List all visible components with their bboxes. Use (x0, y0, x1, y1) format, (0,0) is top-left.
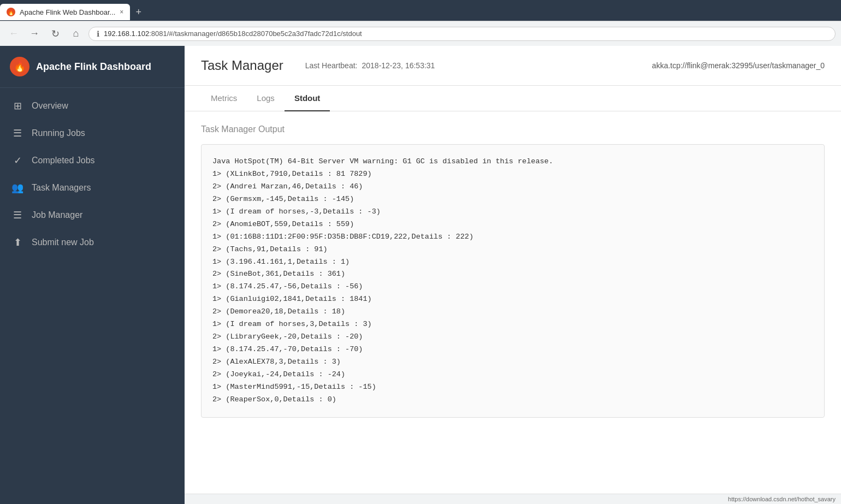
sidebar-header: 🔥 Apache Flink Dashboard (0, 46, 185, 88)
nav-bar: ← → ↻ ⌂ ℹ 192.168.1.102:8081/#/taskmanag… (0, 21, 841, 46)
sidebar-title: Apache Flink Dashboard (36, 61, 151, 73)
content-body: Task Manager Output Java HotSpot(TM) 64-… (185, 111, 841, 494)
sidebar-item-overview[interactable]: ⊞ Overview (0, 92, 185, 120)
heartbeat-label: Last Heartbeat: (305, 61, 358, 70)
section-title: Task Manager Output (201, 124, 825, 134)
forward-button[interactable]: → (26, 26, 43, 42)
content-area: Task Manager Last Heartbeat: 2018-12-23,… (185, 46, 841, 504)
tab-close-button[interactable]: × (120, 8, 123, 16)
tab-metrics[interactable]: Metrics (201, 86, 247, 111)
address-text: 192.168.1.102:8081/#/taskmanager/d865b18… (104, 29, 827, 38)
running-jobs-icon: ☰ (11, 127, 24, 139)
sidebar-item-completed-jobs[interactable]: ✓ Completed Jobs (0, 147, 185, 174)
reload-button[interactable]: ↻ (47, 26, 63, 42)
sidebar-item-label-submit-job: Submit new Job (32, 238, 94, 247)
sidebar-logo: 🔥 (10, 57, 29, 76)
browser-chrome: 🔥 Apache Flink Web Dashboar... × + ← → ↻… (0, 0, 841, 46)
sidebar-item-label-running-jobs: Running Jobs (32, 128, 85, 138)
address-path: :8081/#/taskmanager/d865b18cd28070be5c2a… (149, 29, 362, 38)
tab-favicon: 🔥 (7, 8, 15, 16)
back-button[interactable]: ← (5, 26, 22, 42)
submit-job-icon: ⬆ (11, 236, 24, 248)
page-title: Task Manager (201, 58, 283, 73)
sidebar-item-label-job-manager: Job Manager (32, 210, 82, 220)
task-managers-icon: 👥 (11, 182, 24, 194)
tab-logs[interactable]: Logs (247, 86, 285, 111)
sidebar-item-label-overview: Overview (32, 101, 68, 111)
tab-stdout[interactable]: Stdout (285, 86, 330, 111)
overview-icon: ⊞ (11, 100, 24, 112)
home-button[interactable]: ⌂ (68, 26, 84, 42)
sidebar-item-label-completed-jobs: Completed Jobs (32, 156, 95, 165)
sidebar-item-submit-job[interactable]: ⬆ Submit new Job (0, 229, 185, 256)
app-layout: 🔥 Apache Flink Dashboard ⊞ Overview ☰ Ru… (0, 46, 841, 504)
status-bar: https://download.csdn.net/hothot_savary (185, 494, 841, 504)
page-header: Task Manager Last Heartbeat: 2018-12-23,… (185, 46, 841, 86)
sidebar: 🔥 Apache Flink Dashboard ⊞ Overview ☰ Ru… (0, 46, 185, 504)
sidebar-nav: ⊞ Overview ☰ Running Jobs ✓ Completed Jo… (0, 88, 185, 504)
sidebar-item-job-manager[interactable]: ☰ Job Manager (0, 201, 185, 229)
sidebar-item-task-managers[interactable]: 👥 Task Managers (0, 174, 185, 201)
new-tab-button[interactable]: + (130, 7, 147, 18)
header-meta: Last Heartbeat: 2018-12-23, 16:53:31 (305, 61, 435, 70)
completed-jobs-icon: ✓ (11, 155, 24, 167)
sidebar-item-running-jobs[interactable]: ☰ Running Jobs (0, 120, 185, 147)
heartbeat-value: 2018-12-23, 16:53:31 (362, 61, 435, 70)
tab-bar: 🔥 Apache Flink Web Dashboar... × + (0, 0, 841, 21)
tabs-bar: Metrics Logs Stdout (185, 86, 841, 111)
job-manager-icon: ☰ (11, 209, 24, 221)
output-box: Java HotSpot(TM) 64-Bit Server VM warnin… (201, 144, 825, 418)
address-host: 192.168.1.102 (104, 29, 149, 38)
sidebar-item-label-task-managers: Task Managers (32, 183, 91, 193)
browser-tab-active[interactable]: 🔥 Apache Flink Web Dashboar... × (0, 4, 130, 20)
tab-title: Apache Flink Web Dashboar... (20, 8, 115, 16)
address-info-icon: ℹ (97, 29, 99, 38)
status-bar-text: https://download.csdn.net/hothot_savary (728, 496, 836, 502)
akka-address: akka.tcp://flink@merak:32995/user/taskma… (652, 61, 825, 70)
address-bar[interactable]: ℹ 192.168.1.102:8081/#/taskmanager/d865b… (88, 27, 836, 41)
